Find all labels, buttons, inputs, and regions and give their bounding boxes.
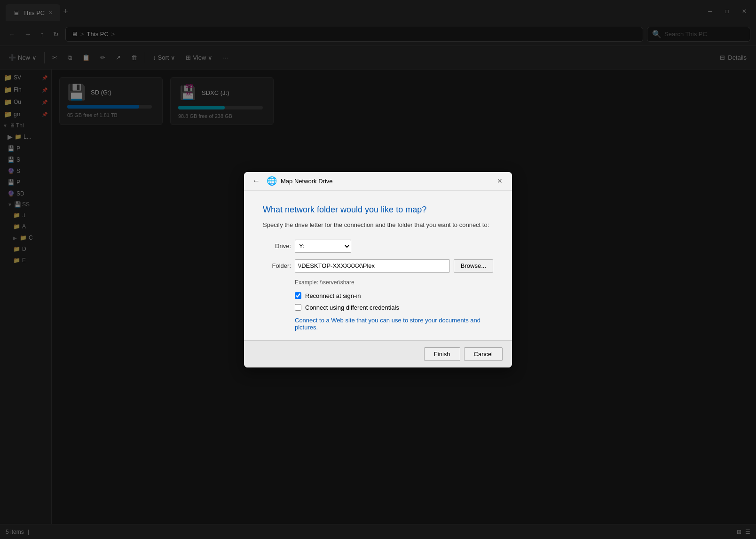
browse-btn[interactable]: Browse... [454,259,493,273]
map-network-drive-dialog: ← 🌐 Map Network Drive ✕ What network fol… [244,172,512,367]
dialog-close-btn[interactable]: ✕ [493,175,506,187]
dialog-description: Specify the drive letter for the connect… [263,221,493,228]
drive-label: Drive: [263,242,291,250]
reconnect-checkbox[interactable] [295,292,301,299]
finish-btn[interactable]: Finish [424,347,460,361]
folder-example: Example: \\server\share [295,279,493,286]
drive-select[interactable]: Y: Z: X: W: [295,240,351,253]
diff-credentials-label: Connect using different credentials [305,304,399,311]
dialog-back-btn[interactable]: ← [250,176,263,186]
cancel-btn[interactable]: Cancel [464,347,503,361]
folder-label: Folder: [263,262,291,269]
folder-row: Folder: Browse... [263,259,493,273]
reconnect-row: Reconnect at sign-in [295,292,493,299]
web-site-link[interactable]: Connect to a Web site that you can use t… [295,317,493,331]
dialog-body: What network folder would you like to ma… [244,191,512,340]
dialog-title-text: Map Network Drive [281,178,489,185]
modal-overlay: ← 🌐 Map Network Drive ✕ What network fol… [0,0,756,539]
diff-credentials-checkbox[interactable] [295,304,301,311]
reconnect-label: Reconnect at sign-in [305,292,361,299]
drive-row: Drive: Y: Z: X: W: [263,240,493,253]
dialog-footer: Finish Cancel [244,340,512,367]
dialog-titlebar-icon: 🌐 [267,176,277,186]
dialog-titlebar: ← 🌐 Map Network Drive ✕ [244,172,512,191]
folder-input[interactable] [295,259,450,273]
diff-credentials-row: Connect using different credentials [295,304,493,311]
dialog-heading: What network folder would you like to ma… [263,205,493,215]
